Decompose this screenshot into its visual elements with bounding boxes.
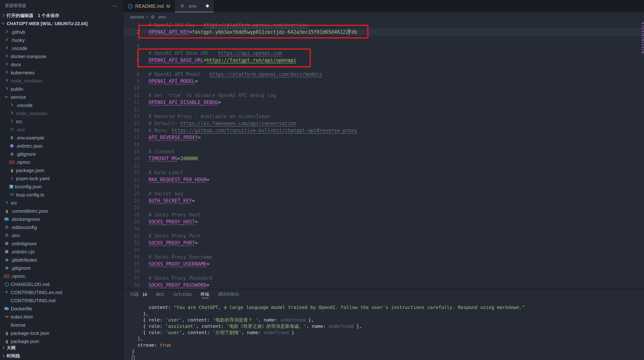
file-tree-item-docs[interactable]: docs — [0, 60, 123, 68]
file-tree-item-node_modules[interactable]: node_modules — [0, 109, 123, 117]
file-tree-item-docker-compose[interactable]: docker-compose — [0, 52, 123, 60]
file-tree-item-.eslintrc.cjs[interactable]: .eslintrc.cjs — [0, 248, 123, 256]
code-line-22[interactable]: 22# Rate Limit — [123, 169, 641, 176]
file-tree-item-pnpm-lock.yaml[interactable]: !pnpm-lock.yaml — [0, 174, 123, 182]
chevron-right-icon — [4, 37, 9, 42]
code-line-2[interactable]: 2OPENAI_API_KEY=fastgpt-y6b3axfbdd5wyp01… — [123, 28, 641, 35]
file-tree-item-CONTRIBUTING.en.md[interactable]: ▼CONTRIBUTING.en.md — [0, 288, 123, 296]
code-line-38[interactable]: 38SOCKS_PROXY_PASSWORD= — [123, 282, 641, 289]
file-tree-item-.npmrc[interactable]: npm.npmrc — [0, 158, 123, 166]
file-tree-item-.vscode[interactable]: .vscode — [0, 101, 123, 109]
file-tree-item-.editorconfig[interactable]: ⚙.editorconfig — [0, 223, 123, 231]
timeline-section[interactable]: 时间线 — [0, 352, 123, 360]
code-line-5[interactable]: 5# OpenAI API Base URL - https://api.ope… — [123, 49, 641, 57]
file-tree-item-.env.example[interactable]: $.env.example — [0, 134, 123, 142]
file-tree-item-.gitattributes[interactable]: .gitattributes — [0, 256, 123, 264]
file-tree-item-.vscode[interactable]: .vscode — [0, 44, 123, 52]
line-content: # OpenAI API Base URL - https://api.open… — [140, 49, 282, 57]
file-tree-item-.eslintignore[interactable]: .eslintignore — [0, 239, 123, 248]
code-line-37[interactable]: 37# Socks Proxy Password — [123, 275, 641, 282]
code-line-16[interactable]: 16# More: https://github.com/transitive-… — [123, 127, 641, 134]
tab-README.md[interactable]: iREADME.mdM — [123, 0, 175, 12]
file-tree-item-license[interactable]: license — [0, 321, 123, 329]
file-tree-item-.github[interactable]: .github — [0, 28, 123, 36]
code-line-4[interactable]: 4 — [123, 42, 641, 49]
code-line-24[interactable]: 24 — [123, 183, 641, 190]
code-line-23[interactable]: 23MAX_REQUEST_PER_HOUR= — [123, 176, 641, 183]
file-tree-item-.env[interactable]: ⚙.env — [0, 231, 123, 239]
code-line-19[interactable]: 19# timeout — [123, 148, 641, 155]
code-line-17[interactable]: 17API_REVERSE_PROXY= — [123, 134, 641, 141]
code-line-8[interactable]: 8# OpenAI API Model - https://platform.o… — [123, 71, 641, 78]
file-tree-item-CONTRIBUTING.md[interactable]: CONTRIBUTING.md — [0, 296, 123, 305]
file-tree-item-CHANGELOG.md[interactable]: CHANGELOG.md — [0, 280, 123, 288]
code-line-33[interactable]: 33 — [123, 246, 641, 253]
file-tree-item-package.json[interactable]: {}package.json — [0, 337, 123, 344]
code-editor[interactable]: 1# OpenAI API Key - https://platform.ope… — [123, 21, 644, 289]
breadcrumb-file[interactable]: .env — [158, 14, 166, 19]
code-line-13[interactable]: 13 — [123, 106, 641, 113]
code-line-34[interactable]: 34# Socks Proxy Username — [123, 253, 641, 261]
minimap-mark — [642, 22, 644, 23]
file-tree-item-package-lock.json[interactable]: {}package-lock.json — [0, 329, 123, 337]
code-line-15[interactable]: 15# Default: https://ai.fakeopen.com/api… — [123, 120, 641, 127]
code-line-32[interactable]: 32SOCKS_PROXY_PORT= — [123, 239, 641, 246]
file-tree-item-kubernetes[interactable]: kubernetes — [0, 68, 123, 77]
code-line-27[interactable]: 27 — [123, 204, 641, 211]
code-line-26[interactable]: 26AUTH_SECRET_KEY= — [123, 197, 641, 204]
code-line-12[interactable]: 12OPENAI_API_DISABLE_DEBUG= — [123, 99, 641, 106]
more-actions-icon[interactable]: ⋯ — [112, 3, 118, 9]
file-tree-item-.commitlintrc.json[interactable]: {}.commitlintrc.json — [0, 207, 123, 215]
project-root-section[interactable]: CHATGPT-WEB [WSL: UBUNTU-22.04] — [0, 19, 123, 28]
panel-tab-终端[interactable]: 终端 — [200, 289, 209, 299]
panel-tab-问题[interactable]: 问题16 — [130, 289, 147, 299]
outline-section[interactable]: 大纲 — [0, 344, 123, 352]
file-tree-item-.npmrc[interactable]: npm.npmrc — [0, 272, 123, 280]
code-line-29[interactable]: 29SOCKS_PROXY_HOST= — [123, 218, 641, 225]
minimap[interactable] — [641, 21, 644, 289]
file-name: src — [11, 200, 17, 206]
code-line-20[interactable]: 20TIMEOUT_MS=100000 — [123, 155, 641, 162]
code-line-11[interactable]: 11# set `true` to disable OpenAI API deb… — [123, 92, 641, 99]
file-tree-item-index.html[interactable]: <>index.html — [0, 313, 123, 321]
code-line-1[interactable]: 1# OpenAI API Key - https://platform.ope… — [123, 21, 641, 28]
file-tree-item-.env[interactable]: ⚙.env — [0, 125, 123, 134]
code-line-18[interactable]: 18 — [123, 141, 641, 148]
file-tree-item-.dockerignore[interactable]: .dockerignore — [0, 215, 123, 223]
file-tree-item-src[interactable]: src — [0, 117, 123, 125]
code-line-36[interactable]: 36 — [123, 268, 641, 275]
code-line-28[interactable]: 28# Socks Proxy Host — [123, 211, 641, 218]
file-tree-item-service[interactable]: service — [0, 93, 123, 101]
file-tree-item-.gitignore[interactable]: .gitignore — [0, 150, 123, 158]
code-line-6[interactable]: 6OPENAI_API_BASE_URL=https://fastgpt.run… — [123, 57, 641, 64]
panel-tab-GITLENS[interactable]: GITLENS — [174, 289, 192, 299]
file-tree-item-.gitignore[interactable]: .gitignore — [0, 264, 123, 272]
code-line-25[interactable]: 25# Secret key — [123, 190, 641, 197]
code-line-7[interactable]: 7 — [123, 64, 641, 71]
file-tree-item-Dockerfile[interactable]: Dockerfile — [0, 305, 123, 313]
file-tree-item-tsup.config.ts[interactable]: TStsup.config.ts — [0, 191, 123, 199]
file-tree-item-src[interactable]: src — [0, 199, 123, 207]
chevron-right-icon — [4, 86, 9, 91]
file-tree-item-package.json[interactable]: {}package.json — [0, 166, 123, 174]
code-line-31[interactable]: 31# Socks Proxy Port — [123, 232, 641, 239]
code-line-21[interactable]: 21 — [123, 162, 641, 169]
tab-.env[interactable]: ⚙.env — [175, 0, 214, 12]
file-tree-item-node_modules[interactable]: node_modules — [0, 77, 123, 85]
file-tree-item-public[interactable]: public — [0, 85, 123, 93]
unsaved-dot-icon[interactable] — [206, 4, 209, 7]
breadcrumb-folder[interactable]: service — [130, 14, 144, 19]
file-tree-item-.husky[interactable]: .husky — [0, 36, 123, 44]
terminal[interactable]: content: "You are ChatGPT, a large langu… — [123, 299, 644, 360]
code-line-3[interactable]: 3 — [123, 35, 641, 42]
code-line-9[interactable]: 9OPENAI_API_MODEL= — [123, 78, 641, 85]
code-line-35[interactable]: 35SOCKS_PROXY_USERNAME= — [123, 261, 641, 268]
open-editors-section[interactable]: 打开的编辑器 1 个未保存 — [0, 11, 123, 19]
panel-tab-调试控制台[interactable]: 调试控制台 — [218, 289, 239, 299]
panel-tab-输出[interactable]: 输出 — [156, 289, 164, 299]
code-line-30[interactable]: 30 — [123, 225, 641, 232]
code-line-14[interactable]: 14# Reverse Proxy - Available on accessT… — [123, 113, 641, 120]
file-tree-item-.eslintrc.json[interactable]: .eslintrc.json — [0, 142, 123, 150]
code-line-10[interactable]: 10 — [123, 85, 641, 92]
file-tree-item-tsconfig.json[interactable]: TStsconfig.json — [0, 182, 123, 191]
